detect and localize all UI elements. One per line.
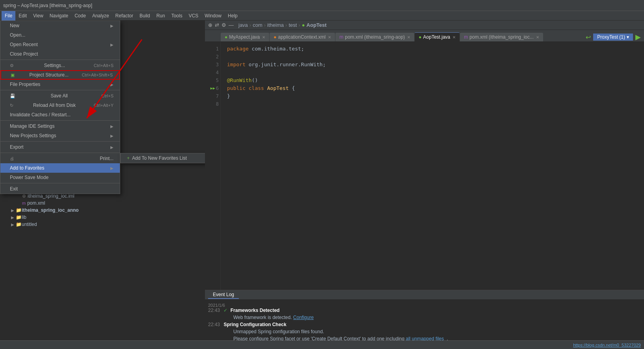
dropdown-arrow-icon: ▾: [627, 34, 629, 40]
tab-label-pom2: pom.xml (itheima_spring_ioc...: [469, 34, 534, 40]
separator-3: [0, 120, 120, 121]
arrow-icon-recent: ▶: [110, 43, 114, 47]
arrow-icon-fileprops: ▶: [110, 82, 114, 87]
menu-item-save-all[interactable]: 💾 Save All Ctrl+S: [0, 91, 120, 101]
menu-item-export[interactable]: Export ▶: [0, 142, 120, 152]
sep4: ›: [298, 22, 300, 28]
status-right[interactable]: https://blog.csdn.net/m0_53227029: [573, 343, 641, 347]
save-icon: 💾: [10, 93, 15, 99]
menu-item-reload[interactable]: ↻ Reload All from Disk Ctrl+Alt+Y: [0, 101, 120, 110]
log-title-1: Frameworks Detected: [231, 308, 280, 313]
code-line-6: public class AopTest {: [227, 84, 638, 92]
navigate-back-icon[interactable]: ↩: [586, 34, 591, 41]
menu-view[interactable]: View: [30, 11, 47, 21]
log-time-1: 22:43: [208, 308, 220, 313]
menu-item-power-save[interactable]: Power Save Mode: [0, 173, 120, 182]
tab-close-myaspect[interactable]: ✕: [262, 35, 265, 39]
menu-item-print[interactable]: 🖨 Print...: [0, 154, 120, 163]
tab-label-myaspect: MyAspect.java: [229, 34, 260, 40]
menu-refactor[interactable]: Refactor: [112, 11, 136, 21]
menu-edit[interactable]: Edit: [15, 11, 30, 21]
log-time-2: 22:43: [208, 322, 220, 327]
tree-pom[interactable]: m pom.xml: [0, 200, 205, 207]
tree-ioc-anno[interactable]: ▶ 📁 itheima_spring_ioc_anno: [0, 207, 205, 214]
separator-4: [0, 141, 120, 142]
menu-item-project-structure[interactable]: ▣ Project Structure... Ctrl+Alt+Shift+S: [0, 70, 120, 80]
log-entry-1: 22:43 ✓ Frameworks Detected: [208, 308, 641, 313]
folder-icon-anno: 📁: [16, 207, 22, 213]
separator-2: [0, 90, 120, 90]
pom-icon: m: [22, 201, 26, 205]
tab-appcontext[interactable]: ● applicationContext.xml ✕: [270, 33, 335, 41]
code-line-2: [227, 53, 638, 61]
tab-aoptest[interactable]: ● AopTest.java ✕: [415, 32, 460, 41]
menu-item-add-favorites[interactable]: Add to Favorites ▶: [0, 163, 120, 173]
bottom-tab-eventlog[interactable]: Event Log: [208, 291, 239, 299]
breadcrumb-circle-icon: ●: [302, 22, 305, 28]
run-config-area: ↩ ProxyTest (1) ▾ ▶: [586, 33, 644, 41]
menu-help[interactable]: Help: [225, 11, 241, 21]
menu-item-open-recent[interactable]: Open Recent ▶: [0, 40, 120, 49]
submenu-add-new-favorites[interactable]: + Add To New Favorites List: [121, 153, 205, 163]
code-line-7: }: [227, 92, 638, 100]
menu-file[interactable]: File: [2, 11, 15, 21]
code-line-8: [227, 100, 638, 108]
run-play-icon[interactable]: ▶: [635, 33, 641, 41]
arrow-icon-newprojects: ▶: [110, 134, 114, 138]
sep1: ›: [249, 22, 251, 28]
tab-close-aoptest[interactable]: ✕: [452, 35, 456, 39]
menu-navigate[interactable]: Navigate: [47, 11, 71, 21]
tab-label-aoptest: AopTest.java: [423, 34, 450, 40]
settings-icon: ⚙: [10, 63, 14, 68]
menu-window[interactable]: Window: [201, 11, 225, 21]
line-numbers: 1 2 3 4 5 ▶▶ 6 7 8: [205, 42, 221, 290]
menu-run[interactable]: Run: [153, 11, 168, 21]
run-config-button[interactable]: ProxyTest (1) ▾: [593, 34, 633, 41]
menu-item-manage-ide[interactable]: Manage IDE Settings ▶: [0, 121, 120, 131]
menu-item-new[interactable]: New ▶: [0, 21, 120, 30]
menu-bar: File Edit View Navigate Code Analyze Ref…: [0, 11, 644, 21]
tab-close-pom1[interactable]: ✕: [407, 35, 410, 39]
print-icon: 🖨: [10, 156, 14, 161]
menu-build[interactable]: Build: [136, 11, 153, 21]
menu-code[interactable]: Code: [71, 11, 89, 21]
menu-item-close-project[interactable]: Close Project: [0, 49, 120, 59]
menu-item-settings[interactable]: ⚙ Settings... Ctrl+Alt+S: [0, 61, 120, 70]
tab-label-appcontext: applicationContext.xml: [278, 34, 326, 40]
arrow-icon-new: ▶: [110, 24, 114, 28]
breakpoint-icon: ▶▶: [210, 84, 215, 92]
arrow-icon-manage: ▶: [110, 124, 114, 129]
menu-tools[interactable]: Tools: [168, 11, 186, 21]
tab-myaspect[interactable]: ● MyAspect.java ✕: [221, 33, 269, 41]
log-link-configure[interactable]: Configure: [293, 315, 314, 320]
menu-item-file-properties[interactable]: File Properties ▶: [0, 80, 120, 89]
menu-item-exit[interactable]: Exit: [0, 184, 120, 194]
main-layout: ▶ 📁 target ▶ 📁 web ⚙ itheima_spring_ioc.…: [0, 21, 644, 349]
tree-untitled[interactable]: ▶ 📁 untitled: [0, 221, 205, 228]
tab-close-pom2[interactable]: ✕: [536, 35, 539, 39]
menu-analyze[interactable]: Analyze: [89, 11, 112, 21]
sep3: ›: [285, 22, 287, 28]
run-config-label: ProxyTest (1): [597, 34, 625, 40]
menu-item-open[interactable]: Open...: [0, 30, 120, 40]
arrow-icon-export: ▶: [110, 145, 114, 149]
code-line-5: @RunWith(): [227, 77, 638, 84]
menu-item-invalidate[interactable]: Invalidate Caches / Restart...: [0, 110, 120, 119]
tab-close-appcontext[interactable]: ✕: [328, 35, 331, 39]
tree-lib[interactable]: ▶ 📁 lib: [0, 214, 205, 221]
code-line-3: import org.junit.runner.RunWith;: [227, 61, 638, 69]
code-area[interactable]: package com.itheima.test; import org.jun…: [221, 42, 644, 290]
sep2: ›: [264, 22, 266, 28]
menu-vcs[interactable]: VCS: [186, 11, 202, 21]
tab-dot-appcontext: ●: [274, 34, 276, 40]
menu-item-new-projects[interactable]: New Projects Settings ▶: [0, 131, 120, 140]
breadcrumb-icon-circle: ⊕: [208, 22, 212, 28]
separator-1: [0, 60, 120, 60]
breadcrumb-icon-split: ⇄: [215, 22, 219, 28]
breadcrumb-row: ⊕ ⇄ ⚙ — java › com › itheima › test › ● …: [205, 21, 644, 30]
tab-pom1[interactable]: m pom.xml (itheima_sring-aop) ✕: [335, 33, 414, 41]
log-check-icon: ✓: [223, 308, 227, 313]
log-body-1: Web framework is detected. Configure: [208, 315, 641, 320]
tab-pom2[interactable]: m pom.xml (itheima_spring_ioc... ✕: [460, 33, 543, 41]
file-dropdown: New ▶ Open... Open Recent ▶ Close Projec…: [0, 21, 120, 194]
